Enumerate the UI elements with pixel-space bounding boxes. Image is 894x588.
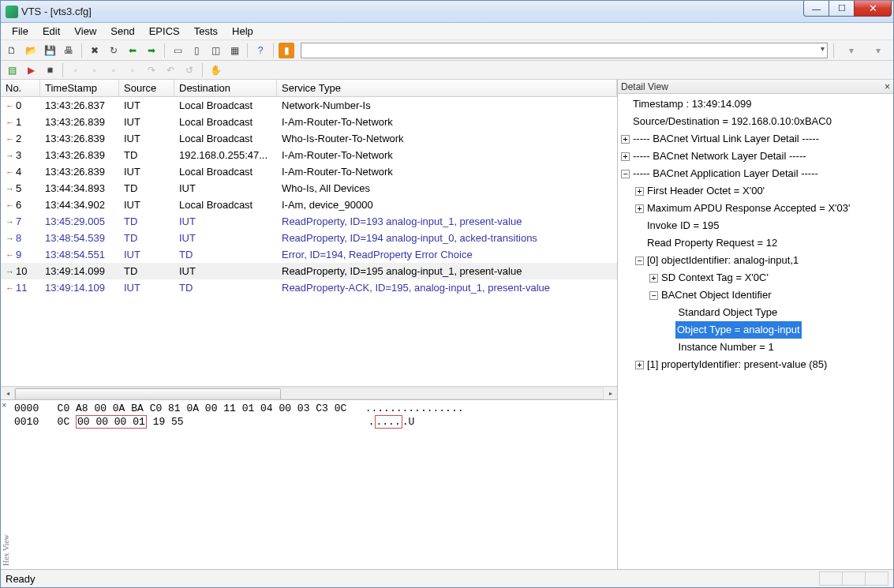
detail-tree[interactable]: Timestamp : 13:49:14.099Source/Destinati… [618,94,893,569]
open-icon[interactable]: 📂 [23,43,39,58]
col-timestamp[interactable]: TimeStamp [40,80,119,96]
table-row[interactable]: ←1113:49:14.109IUTTDReadProperty-ACK, ID… [1,279,617,296]
refresh-icon[interactable]: ↻ [106,43,122,58]
table-row[interactable]: ←913:48:54.551IUTTDError, ID=194, ReadPr… [1,246,617,263]
step6-icon[interactable]: ↶ [163,62,178,78]
menu-edit[interactable]: Edit [36,24,66,39]
menu-help[interactable]: Help [226,24,260,39]
hex-view: × Hex View 0000 C0 A8 00 0A BA C0 81 0A … [1,399,617,569]
window-title: VTS - [vts3.cfg] [21,6,92,17]
toolbar-secondary: ▤ ▶ ◾ ▫ ▫ ▫ ▫ ↷ ↶ ↺ ✋ [1,61,893,80]
detail-panel: Detail View × Timestamp : 13:49:14.099So… [617,80,893,569]
tree-node[interactable]: Source/Destination = 192.168.0.10:0xBAC0 [621,113,893,130]
step7-icon[interactable]: ↺ [181,62,197,78]
tree-node[interactable]: −BACnet Object Identifier [621,287,893,304]
step4-icon[interactable]: ▫ [125,62,140,78]
detail-title: Detail View [621,81,668,92]
tree-node[interactable]: Object Type = analog-input [621,321,893,339]
table-body[interactable]: ←013:43:26.837IUTLocal BroadcastNetwork-… [1,97,617,386]
table-row[interactable]: →313:43:26.839TD192.168.0.255:47...I-Am-… [1,147,617,163]
back-icon[interactable]: ⬅ [125,43,140,58]
hex-content[interactable]: 0000 C0 A8 00 0A BA C0 81 0A 00 11 01 04… [11,400,617,569]
table-row[interactable]: →1013:49:14.099TDIUTReadProperty, ID=195… [1,263,617,279]
table-row[interactable]: ←213:43:26.839IUTLocal BroadcastWho-Is-R… [1,130,617,147]
stop-icon[interactable]: ◾ [42,62,58,78]
hand-icon[interactable]: ✋ [208,62,223,78]
tree-node[interactable]: +[1] propertyIdentifier: present-value (… [621,356,893,373]
tree-node[interactable]: +----- BACnet Virtual Link Layer Detail … [621,130,893,148]
col-service[interactable]: Service Type [277,80,617,96]
window1-icon[interactable]: ▭ [170,43,185,58]
save-icon[interactable]: 💾 [42,43,58,58]
nav-prev-button[interactable]: ▾ [840,43,863,58]
window2-icon[interactable]: ▯ [189,43,204,58]
tree-node[interactable]: +SD Context Tag = X'0C' [621,269,893,287]
title-bar: VTS - [vts3.cfg] — ☐ ✕ [1,1,893,23]
table-header: No. TimeStamp Source Destination Service… [1,80,617,97]
table-row[interactable]: ←613:44:34.902IUTLocal BroadcastI-Am, de… [1,197,617,213]
nav-next-button[interactable]: ▾ [866,43,890,58]
hex-close-icon[interactable]: × [2,401,7,410]
tree-node[interactable]: +First Header Octet = X'00' [621,182,893,200]
packet-table: No. TimeStamp Source Destination Service… [1,80,617,399]
step1-icon[interactable]: ▫ [68,62,84,78]
run-icon[interactable]: ▶ [23,62,39,78]
detail-close-icon[interactable]: × [885,81,890,92]
detail-header: Detail View × [618,80,893,94]
table-row[interactable]: →813:48:54.539TDIUTReadProperty, ID=194 … [1,230,617,246]
tree-node[interactable]: Instance Number = 1 [621,339,893,356]
tree-node[interactable]: Timestamp : 13:49:14.099 [621,96,893,113]
table-row[interactable]: →513:44:34.893TDIUTWho-Is, All Devices [1,180,617,197]
step2-icon[interactable]: ▫ [87,62,103,78]
hex-view-label: Hex View [1,531,11,569]
col-source[interactable]: Source [119,80,174,96]
close-button[interactable]: ✕ [854,1,892,17]
menu-tests[interactable]: Tests [188,24,224,39]
forward-icon[interactable]: ➡ [144,43,159,58]
status-text: Ready [6,573,36,585]
tree-node[interactable]: Standard Object Type [621,304,893,321]
col-no[interactable]: No. [1,80,40,96]
horizontal-scrollbar[interactable]: ◂▸ [1,386,617,399]
help-icon[interactable]: ? [252,43,268,58]
tree-node[interactable]: −----- BACnet Application Layer Detail -… [621,165,893,182]
print-icon[interactable]: 🖶 [61,43,77,58]
col-destination[interactable]: Destination [174,80,277,96]
status-bar: Ready [1,569,893,587]
window4-icon[interactable]: ▦ [226,43,242,58]
tree-node[interactable]: Invoke ID = 195 [621,217,893,234]
app-icon [6,6,18,18]
address-combo[interactable] [301,43,828,58]
step5-icon[interactable]: ↷ [144,62,159,78]
menu-bar: File Edit View Send EPICS Tests Help [1,23,893,40]
minimize-button[interactable]: — [803,1,829,17]
table-row[interactable]: ←113:43:26.839IUTLocal BroadcastI-Am-Rou… [1,114,617,130]
delete-icon[interactable]: ✖ [87,43,103,58]
tree-node[interactable]: +----- BACnet Network Layer Detail ----- [621,148,893,165]
step3-icon[interactable]: ▫ [106,62,122,78]
menu-epics[interactable]: EPICS [143,24,186,39]
window3-icon[interactable]: ◫ [208,43,223,58]
menu-file[interactable]: File [6,24,35,39]
table-row[interactable]: ←413:43:26.839IUTLocal BroadcastI-Am-Rou… [1,163,617,180]
new-icon[interactable]: 🗋 [4,43,20,58]
menu-send[interactable]: Send [104,24,140,39]
maximize-button[interactable]: ☐ [829,1,855,17]
toolbar-main: 🗋 📂 💾 🖶 ✖ ↻ ⬅ ➡ ▭ ▯ ◫ ▦ ? ▮ ▾ ▾ [1,40,893,61]
table-row[interactable]: →713:45:29.005TDIUTReadProperty, ID=193 … [1,213,617,230]
tree-node[interactable]: −[0] objectIdentifier: analog-input,1 [621,252,893,269]
action-icon[interactable]: ▮ [279,43,294,58]
tree-node[interactable]: +Maximum APDU Response Accepted = X'03' [621,200,893,217]
script-icon[interactable]: ▤ [4,62,20,78]
tree-node[interactable]: Read Property Request = 12 [621,234,893,252]
table-row[interactable]: ←013:43:26.837IUTLocal BroadcastNetwork-… [1,97,617,114]
menu-view[interactable]: View [68,24,103,39]
